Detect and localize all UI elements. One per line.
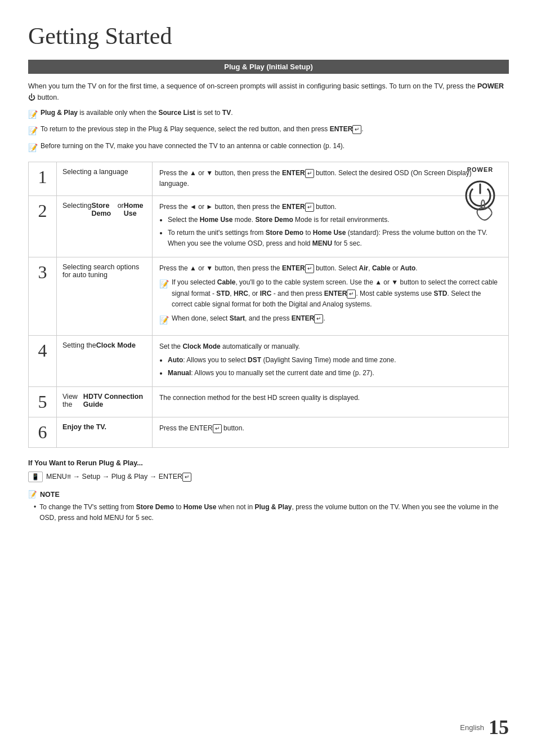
- step-title-3: Selecting search options for auto tuning: [57, 257, 153, 335]
- step-title-6: Enjoy the TV.: [57, 417, 153, 447]
- menu-icon: 📱: [28, 472, 43, 482]
- step3-note1: 📝 If you selected Cable, you'll go to th…: [159, 277, 502, 310]
- menu-path: 📱 MENU≡ → Setup → Plug & Play → ENTER↵: [28, 472, 509, 482]
- note-section-label: NOTE: [40, 491, 60, 499]
- step-title-4: Setting the Clock Mode: [57, 336, 153, 386]
- step-row-4: 4 Setting the Clock Mode Set the Clock M…: [29, 336, 508, 387]
- rerun-section: If You Want to Rerun Plug & Play... 📱 ME…: [28, 459, 509, 482]
- step-row-2: 2 Selecting Store Demo or Home Use Press…: [29, 196, 508, 258]
- step-number-6: 6: [29, 417, 57, 447]
- step-number-5: 5: [29, 387, 57, 417]
- step-number-3: 3: [29, 257, 57, 335]
- step-content-2: Press the ◄ or ► button, then press the …: [153, 196, 508, 257]
- step3-note2: 📝 When done, select Start, and the press…: [159, 313, 502, 326]
- intro-text: When you turn the TV on for the first ti…: [28, 81, 509, 103]
- step-content-4: Set the Clock Mode automatically or manu…: [153, 336, 508, 386]
- step3-note-icon-2: 📝: [159, 314, 169, 326]
- step-title-2: Selecting Store Demo or Home Use: [57, 196, 153, 257]
- power-label: POWER: [458, 165, 503, 175]
- note-line-2: 📝 To return to the previous step in the …: [28, 124, 509, 137]
- note-line-3: 📝 Before turning on the TV, make you hav…: [28, 141, 509, 154]
- step-number-1: 1: [29, 162, 57, 195]
- step-content-5: The connection method for the best HD sc…: [153, 387, 508, 417]
- page-title: Getting Started: [28, 23, 509, 50]
- step-number-2: 2: [29, 196, 57, 257]
- note-icon-3: 📝: [28, 141, 38, 154]
- note-icon-2: 📝: [28, 124, 38, 137]
- step-title-1: Selecting a language: [57, 162, 153, 195]
- rerun-header: If You Want to Rerun Plug & Play...: [28, 459, 509, 467]
- step-content-6: Press the ENTER↵ button.: [153, 417, 508, 447]
- step-title-5: View the HDTV Connection Guide: [57, 387, 153, 417]
- step3-note-icon-1: 📝: [159, 278, 169, 290]
- note-section: 📝 NOTE • To change the TV's setting from…: [28, 490, 509, 523]
- steps-container: 1 Selecting a language Press the ▲ or ▼ …: [28, 162, 509, 448]
- note-section-icon: 📝: [28, 490, 37, 499]
- step-row-1: 1 Selecting a language Press the ▲ or ▼ …: [29, 162, 508, 195]
- step-number-4: 4: [29, 336, 57, 386]
- note-icon-1: 📝: [28, 108, 38, 121]
- note-line-1: 📝 Plug & Play is available only when the…: [28, 108, 509, 121]
- page-number: 15: [489, 715, 509, 739]
- language-label: English: [460, 723, 484, 732]
- step-row-5: 5 View the HDTV Connection Guide The con…: [29, 387, 508, 417]
- step-row-3: 3 Selecting search options for auto tuni…: [29, 257, 508, 336]
- step-row-6: 6 Enjoy the TV. Press the ENTER↵ button.: [29, 417, 508, 447]
- step-content-1: Press the ▲ or ▼ button, then press the …: [153, 162, 508, 195]
- step-content-3: Press the ▲ or ▼ button, then press the …: [153, 257, 508, 335]
- menu-path-text: MENU≡ → Setup → Plug & Play → ENTER↵: [46, 473, 191, 482]
- section-header-bar: Plug & Play (Initial Setup): [28, 60, 509, 74]
- note-section-header: 📝 NOTE: [28, 490, 509, 499]
- note-section-bullet: • To change the TV's setting from Store …: [34, 502, 509, 523]
- page-footer: English 15: [460, 715, 509, 739]
